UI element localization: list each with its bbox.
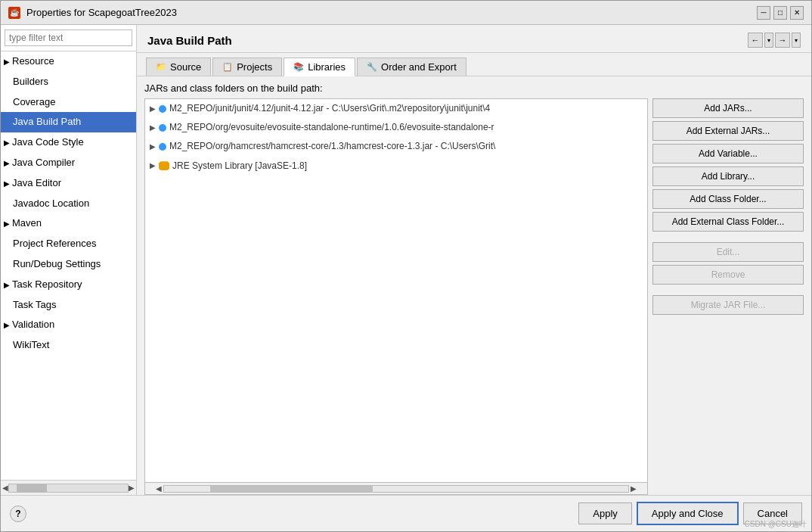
arrow-icon: ▶	[4, 58, 10, 66]
title-bar-left: ☕ Properties for ScapegoatTree2023	[8, 7, 177, 19]
buttons-panel: Add JARs... Add External JARs... Add Var…	[652, 98, 804, 495]
right-panel: Java Build Path ← ▾ → ▾ 📁Source📋Projects…	[137, 25, 811, 495]
add-external-jars-button[interactable]: Add External JARs...	[652, 121, 804, 141]
tab-icon: 📚	[293, 62, 304, 72]
button-spacer-2	[652, 288, 804, 292]
add-jars-button[interactable]: Add JARs...	[652, 98, 804, 118]
jar-icon	[159, 105, 166, 113]
jar-scrollbar-track[interactable]	[163, 485, 629, 493]
sidebar-item-maven[interactable]: ▶Maven	[1, 213, 136, 234]
sidebar-item-coverage[interactable]: Coverage	[1, 92, 136, 113]
add-external-class-folder-button[interactable]: Add External Class Folder...	[652, 212, 804, 232]
tab-label: Projects	[237, 61, 272, 73]
sidebar-item-java-build-path[interactable]: Java Build Path	[1, 112, 136, 132]
jar-text: M2_REPO/org/hamcrest/hamcrest-core/1.3/h…	[169, 139, 495, 154]
expand-arrow: ▶	[150, 122, 156, 134]
arrow-icon: ▶	[4, 219, 10, 228]
forward-button[interactable]: →	[775, 33, 790, 48]
arrow-icon: ▶	[4, 321, 10, 329]
tabs-bar: 📁Source📋Projects📚Libraries🔧Order and Exp…	[137, 53, 811, 76]
arrow-icon: ▶	[4, 281, 10, 289]
sidebar-item-java-editor[interactable]: ▶Java Editor	[1, 173, 136, 194]
jar-list-container: ▶M2_REPO/junit/junit/4.12/junit-4.12.jar…	[144, 98, 648, 495]
sidebar-item-validation[interactable]: ▶Validation	[1, 315, 136, 335]
horizontal-scrollbar[interactable]	[8, 484, 129, 493]
sidebar-item-run/debug-settings[interactable]: Run/Debug Settings	[1, 254, 136, 275]
sidebar-item-project-references[interactable]: Project References	[1, 234, 136, 254]
jar-list-scrollbar: ◀ ▶	[144, 483, 648, 495]
jar-icon	[159, 143, 166, 151]
jar-scroll-left[interactable]: ◀	[156, 484, 162, 493]
jar-list[interactable]: ▶M2_REPO/junit/junit/4.12/junit-4.12.jar…	[144, 98, 648, 483]
close-button[interactable]: ✕	[790, 6, 804, 20]
title-bar: ☕ Properties for ScapegoatTree2023 ─ □ ✕	[1, 1, 811, 25]
sidebar-item-task-repository[interactable]: ▶Task Repository	[1, 275, 136, 295]
jar-list-item[interactable]: ▶JRE System Library [JavaSE-1.8]	[145, 157, 647, 176]
tab-projects[interactable]: 📋Projects	[212, 58, 282, 76]
jar-text: M2_REPO/org/evosuite/evosuite-standalone…	[169, 120, 494, 135]
jar-scrollbar-thumb	[210, 486, 373, 492]
list-and-buttons: ▶M2_REPO/junit/junit/4.12/junit-4.12.jar…	[144, 98, 804, 495]
jar-scroll-right[interactable]: ▶	[631, 484, 637, 493]
panel-header: Java Build Path ← ▾ → ▾	[137, 25, 811, 53]
apply-and-close-button[interactable]: Apply and Close	[637, 502, 739, 525]
title-bar-title: Properties for ScapegoatTree2023	[26, 7, 177, 18]
maximize-button[interactable]: □	[773, 6, 787, 20]
sidebar-item-resource[interactable]: ▶Resource	[1, 51, 136, 72]
forward-dropdown[interactable]: ▾	[792, 33, 801, 48]
expand-arrow: ▶	[150, 141, 156, 153]
footer-text: CSDN @CSU迦叶	[745, 519, 807, 530]
build-path-label: JARs and class folders on the build path…	[144, 82, 804, 98]
scroll-right-arrow[interactable]: ▶	[129, 484, 135, 492]
bottom-bar: ? Apply Apply and Close Cancel	[1, 495, 811, 531]
tab-label: Order and Export	[381, 61, 457, 73]
back-dropdown[interactable]: ▾	[764, 33, 773, 48]
jar-text: JRE System Library [JavaSE-1.8]	[172, 159, 307, 173]
sidebar-item-task-tags[interactable]: Task Tags	[1, 295, 136, 316]
sidebar-item-java-compiler[interactable]: ▶Java Compiler	[1, 153, 136, 173]
back-button[interactable]: ←	[748, 33, 763, 48]
sidebar-item-wikitext[interactable]: WikiText	[1, 335, 136, 356]
sidebar-list: ▶ResourceBuildersCoverageJava Build Path…	[1, 51, 136, 480]
edit-button[interactable]: Edit...	[652, 242, 804, 262]
tab-order-and-export[interactable]: 🔧Order and Export	[357, 58, 466, 76]
add-library-button[interactable]: Add Library...	[652, 166, 804, 186]
sidebar-item-builders[interactable]: Builders	[1, 72, 136, 92]
main-content: ▶ResourceBuildersCoverageJava Build Path…	[1, 25, 811, 495]
panel-title: Java Build Path	[147, 34, 232, 47]
arrow-icon: ▶	[4, 138, 10, 147]
sidebar: ▶ResourceBuildersCoverageJava Build Path…	[1, 25, 137, 495]
jar-list-item[interactable]: ▶M2_REPO/junit/junit/4.12/junit-4.12.jar…	[145, 99, 647, 118]
add-class-folder-button[interactable]: Add Class Folder...	[652, 189, 804, 209]
tab-libraries[interactable]: 📚Libraries	[284, 58, 355, 76]
tab-label: Libraries	[308, 61, 346, 73]
tab-icon: 🔧	[367, 62, 377, 72]
search-input[interactable]	[5, 30, 132, 46]
tab-source[interactable]: 📁Source	[146, 58, 211, 76]
remove-button[interactable]: Remove	[652, 265, 804, 285]
sidebar-item-java-code-style[interactable]: ▶Java Code Style	[1, 132, 136, 153]
add-variable-button[interactable]: Add Variable...	[652, 144, 804, 163]
navigation-arrows: ← ▾ → ▾	[748, 33, 801, 48]
tab-icon: 📋	[222, 62, 233, 72]
help-button[interactable]: ?	[10, 506, 26, 522]
search-box	[1, 25, 136, 51]
arrow-icon: ▶	[4, 159, 10, 167]
jar-list-item[interactable]: ▶M2_REPO/org/hamcrest/hamcrest-core/1.3/…	[145, 137, 647, 156]
jar-list-item[interactable]: ▶M2_REPO/org/evosuite/evosuite-standalon…	[145, 118, 647, 137]
minimize-button[interactable]: ─	[757, 6, 770, 20]
jar-text: M2_REPO/junit/junit/4.12/junit-4.12.jar …	[169, 101, 490, 116]
arrow-icon: ▶	[4, 179, 10, 188]
migrate-jar-button[interactable]: Migrate JAR File...	[652, 295, 804, 315]
dialog-window: ☕ Properties for ScapegoatTree2023 ─ □ ✕…	[0, 0, 812, 532]
sidebar-item-javadoc-location[interactable]: Javadoc Location	[1, 194, 136, 214]
app-icon: ☕	[8, 7, 20, 19]
apply-button[interactable]: Apply	[578, 502, 632, 524]
sidebar-scrollbar: ◀ ▶	[1, 480, 136, 495]
scroll-left-arrow[interactable]: ◀	[2, 484, 8, 492]
jar-icon	[159, 124, 166, 132]
button-spacer	[652, 235, 804, 239]
tab-icon: 📁	[156, 62, 166, 72]
title-bar-controls: ─ □ ✕	[757, 6, 804, 20]
jre-icon	[159, 161, 169, 170]
